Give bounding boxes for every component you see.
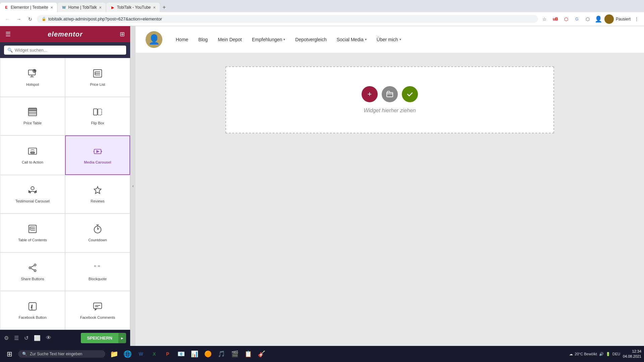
sidebar-collapse-handle[interactable]: ‹ <box>130 26 136 346</box>
taskbar-app6[interactable]: 📊 <box>189 348 201 360</box>
widget-media-carousel[interactable]: Media Carousel <box>65 135 130 175</box>
save-button[interactable]: SPEICHERN <box>81 333 118 343</box>
preview-icon[interactable]: 👁 <box>46 335 51 341</box>
content-area: 👤 Home Blog Mein Depot Empfehlungen ▾ De… <box>136 26 644 346</box>
taskbar-app11[interactable]: 🎸 <box>256 348 268 360</box>
taskbar-app5[interactable]: 📧 <box>175 348 187 360</box>
mediacarousel-icon <box>93 146 103 158</box>
taskbar-app10[interactable]: 📋 <box>242 348 254 360</box>
reviews-icon <box>93 185 103 196</box>
responsive-icon[interactable]: ⬜ <box>34 335 41 341</box>
nav-blog[interactable]: Blog <box>198 37 208 42</box>
search-input-wrap[interactable]: 🔍 <box>4 46 126 55</box>
google-translate-icon[interactable]: G <box>572 14 582 24</box>
widget-price-table[interactable]: Price Table <box>0 97 65 136</box>
widget-countdown[interactable]: Countdown <box>65 214 130 252</box>
browser-tab-elementor[interactable]: E Elementor | Testseite ✕ <box>0 3 57 12</box>
widget-countdown-label: Countdown <box>88 238 107 242</box>
svg-rect-15 <box>98 109 102 115</box>
taskbar-app7[interactable]: 🟠 <box>202 348 214 360</box>
add-widget-button[interactable]: + <box>362 86 378 102</box>
nav-ueber-mich[interactable]: Über mich ▾ <box>377 37 401 42</box>
ublock-icon[interactable]: uB <box>551 14 560 24</box>
address-text: tobitalk.at/wp-admin/post.php?post=627&a… <box>48 16 162 21</box>
save-dropdown-button[interactable]: ▸ <box>118 333 126 343</box>
taskbar-app8[interactable]: 🎵 <box>215 348 227 360</box>
layers-icon[interactable]: ☰ <box>14 335 19 341</box>
tab-close-youtube[interactable]: ✕ <box>153 6 156 9</box>
network-icon: 🔊 <box>599 352 604 356</box>
widget-facebook-comments[interactable]: Facebook Comments <box>65 291 130 330</box>
tab-favicon-tobitalk: W <box>62 5 66 10</box>
widget-testimonial-carousel[interactable]: Testimonial Carousel <box>0 175 65 214</box>
widget-call-to-action-label: Call to Action <box>22 160 43 164</box>
tab-close-tobitalk[interactable]: ✕ <box>99 6 102 9</box>
svg-rect-50 <box>387 93 393 97</box>
menu-icon[interactable]: ⋮ <box>632 14 641 24</box>
sidebar-menu-icon[interactable]: ☰ <box>5 31 11 38</box>
history-icon[interactable]: ↺ <box>24 335 29 341</box>
address-bar[interactable]: 🔒 tobitalk.at/wp-admin/post.php?post=627… <box>37 15 538 23</box>
account-icon[interactable]: 👤 <box>594 14 603 24</box>
start-button[interactable]: ⊞ <box>3 347 16 361</box>
svg-point-37 <box>34 264 36 266</box>
volume-icon: 🔋 <box>606 352 610 356</box>
reload-button[interactable]: ↻ <box>25 14 35 24</box>
weather-icon: ☁ <box>569 352 573 356</box>
svg-marker-24 <box>35 191 37 193</box>
widget-share-buttons[interactable]: Share Buttons <box>0 252 65 291</box>
widget-facebook-button[interactable]: f Facebook Button <box>0 291 65 330</box>
nav-depotvergleich[interactable]: Depotvergleich <box>295 37 326 42</box>
search-input[interactable] <box>15 48 123 53</box>
extensions-icon[interactable]: ⬡ <box>583 14 592 24</box>
widget-media-carousel-label: Media Carousel <box>84 160 111 164</box>
browser-tab-youtube[interactable]: ▶ TobiTalk - YouTube ✕ <box>106 3 160 12</box>
confirm-button[interactable] <box>402 86 418 102</box>
widget-blockquote[interactable]: " " Blockquote <box>65 252 130 291</box>
blockquote-icon: " " <box>93 263 103 274</box>
browser-tab-tobitalk[interactable]: W Home | TobiTalk ✕ <box>58 3 106 12</box>
nav-empfehlungen[interactable]: Empfehlungen ▾ <box>252 37 285 42</box>
template-button[interactable] <box>382 86 398 102</box>
profile-button[interactable] <box>604 14 614 24</box>
widget-call-to-action[interactable]: Call to Action <box>0 135 65 175</box>
svg-point-38 <box>34 269 36 272</box>
lastpass-icon[interactable]: ⬡ <box>561 14 571 24</box>
taskbar-excel[interactable]: X <box>148 348 160 360</box>
main-layout: ☰ elementor ⊞ 🔍 <box>0 26 644 346</box>
svg-line-41 <box>31 268 34 270</box>
hotspot-icon <box>28 68 38 80</box>
taskbar-app9[interactable]: 🎬 <box>229 348 241 360</box>
bookmark-icon[interactable]: ☆ <box>540 14 549 24</box>
widget-flip-box[interactable]: Flip Box <box>65 97 130 136</box>
taskbar-word[interactable]: W <box>135 348 147 360</box>
widget-hotspot[interactable]: Hotspot <box>0 58 65 97</box>
taskbar-browser[interactable]: 🌐 <box>121 348 133 360</box>
taskbar-apps: 📁 🌐 W X P 📧 📊 🟠 🎵 🎬 📋 🎸 <box>108 348 268 360</box>
nav-mein-depot[interactable]: Mein Depot <box>218 37 242 42</box>
browser-toolbar: ← → ↻ 🔒 tobitalk.at/wp-admin/post.php?po… <box>0 12 644 26</box>
taskbar-search[interactable]: 🔍 Zur Suche Text hier eingeben <box>18 350 105 358</box>
taskbar-date: 04.08.2021 <box>623 354 641 359</box>
svg-marker-25 <box>29 191 31 193</box>
svg-rect-14 <box>94 109 97 115</box>
nav-social-media[interactable]: Social Media ▾ <box>337 37 367 42</box>
taskbar: ⊞ 🔍 Zur Suche Text hier eingeben 📁 🌐 W X… <box>0 346 644 362</box>
svg-marker-26 <box>94 187 101 194</box>
taskbar-search-icon: 🔍 <box>22 352 27 356</box>
widget-flip-box-label: Flip Box <box>91 121 104 125</box>
sidebar-grid-icon[interactable]: ⊞ <box>120 31 125 38</box>
widget-reviews[interactable]: Reviews <box>65 175 130 214</box>
taskbar-files[interactable]: 📁 <box>108 348 120 360</box>
weather-text: 20°C Bewölkt <box>575 352 597 356</box>
taskbar-powerpoint[interactable]: P <box>162 348 174 360</box>
new-tab-button[interactable]: + <box>160 3 169 12</box>
settings-icon[interactable]: ⚙ <box>4 335 9 341</box>
widget-table-of-contents[interactable]: Table of Contents <box>0 214 65 252</box>
back-button[interactable]: ← <box>3 14 12 24</box>
tab-close-elementor[interactable]: ✕ <box>50 6 53 9</box>
widget-price-list[interactable]: Price List <box>65 58 130 97</box>
taskbar-right: ☁ 20°C Bewölkt 🔊 🔋 DEU 12:34 04.08.2021 <box>569 349 641 359</box>
forward-button[interactable]: → <box>14 14 23 24</box>
nav-home[interactable]: Home <box>176 37 188 42</box>
